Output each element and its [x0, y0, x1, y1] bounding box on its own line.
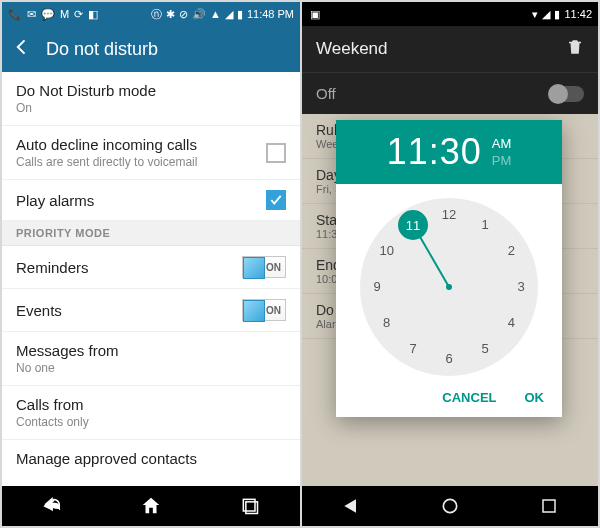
row-title: Reminders — [16, 259, 89, 276]
time-display[interactable]: 11:30 — [387, 131, 482, 173]
mail-icon: ✉ — [27, 8, 36, 21]
switch-reminders[interactable]: ON — [242, 256, 286, 278]
navbar — [302, 486, 598, 526]
row-title: Messages from — [16, 342, 119, 359]
appbar: Weekend — [302, 26, 598, 72]
nav-back-icon[interactable] — [2, 486, 101, 526]
switch-events[interactable]: ON — [242, 299, 286, 321]
clock-selected-hour[interactable]: 11 — [398, 210, 428, 240]
clock-hour-9[interactable]: 9 — [366, 276, 388, 298]
status-bar: ▣ ▾ ◢ ▮ 11:42 — [302, 2, 598, 26]
battery-icon: ▮ — [237, 8, 243, 21]
nav-recents-icon[interactable] — [201, 486, 300, 526]
switch-rule-enabled[interactable] — [550, 86, 584, 102]
battery-icon: ▮ — [554, 8, 560, 21]
schedule-list-dimmed: Rule n Weeke Days Fri, Sat Start ti 11:3… — [302, 114, 598, 486]
svg-point-2 — [443, 499, 456, 512]
row-subtitle: No one — [16, 361, 119, 375]
row-dnd-mode[interactable]: Do Not Disturb mode On — [2, 72, 300, 126]
row-subtitle: Calls are sent directly to voicemail — [16, 155, 197, 169]
nfc-icon: ⓝ — [151, 7, 162, 22]
clock-hour-6[interactable]: 6 — [438, 348, 460, 370]
back-icon[interactable] — [12, 37, 32, 61]
time-picker-header: 11:30 AM PM — [336, 120, 562, 184]
settings-list: Do Not Disturb mode On Auto decline inco… — [2, 72, 300, 486]
row-play-alarms[interactable]: Play alarms — [2, 180, 300, 221]
delete-icon[interactable] — [566, 38, 584, 61]
row-reminders[interactable]: Reminders ON — [2, 246, 300, 289]
sync-icon: ⟳ — [74, 8, 83, 21]
screenshot-icon: ▣ — [310, 8, 320, 21]
section-priority-mode: PRIORITY MODE — [2, 221, 300, 246]
row-auto-decline[interactable]: Auto decline incoming calls Calls are se… — [2, 126, 300, 180]
clock-face[interactable]: 11 1212345678910 — [360, 198, 538, 376]
row-title: Events — [16, 302, 62, 319]
phone-icon: 📞 — [8, 8, 22, 21]
status-time: 11:42 — [564, 8, 592, 20]
nav-home-icon[interactable] — [401, 486, 500, 526]
clock-hour-10[interactable]: 10 — [376, 240, 398, 262]
clock-hour-5[interactable]: 5 — [474, 338, 496, 360]
row-title: Auto decline incoming calls — [16, 136, 197, 153]
clock-hour-12[interactable]: 12 — [438, 204, 460, 226]
ok-button[interactable]: OK — [525, 390, 545, 405]
navbar — [2, 486, 300, 526]
appbar-title: Weekend — [316, 39, 388, 59]
signal-icon: ◢ — [542, 8, 550, 21]
app-icon: ◧ — [88, 8, 98, 21]
nav-home-icon[interactable] — [101, 486, 200, 526]
appbar-title: Do not disturb — [46, 39, 158, 60]
cancel-button[interactable]: CANCEL — [442, 390, 496, 405]
row-title: Do Not Disturb mode — [16, 82, 156, 99]
status-bar: 📞 ✉ 💬 M ⟳ ◧ ⓝ ✱ ⊘ 🔊 ▲ ◢ ▮ 11:48 PM — [2, 2, 300, 26]
clock-hour-4[interactable]: 4 — [500, 312, 522, 334]
row-events[interactable]: Events ON — [2, 289, 300, 332]
clock-hour-1[interactable]: 1 — [474, 214, 496, 236]
row-off[interactable]: Off — [302, 72, 598, 114]
gmail-icon: M — [60, 8, 69, 21]
row-manage-contacts[interactable]: Manage approved contacts — [2, 440, 300, 477]
wifi-icon: ▲ — [210, 8, 221, 20]
clock-center-dot — [446, 284, 452, 290]
row-title: Calls from — [16, 396, 89, 413]
row-title: Manage approved contacts — [16, 450, 197, 467]
checkbox-play-alarms[interactable] — [266, 190, 286, 210]
volume-icon: 🔊 — [192, 8, 206, 21]
chat-icon: 💬 — [41, 8, 55, 21]
row-subtitle: On — [16, 101, 156, 115]
am-button[interactable]: AM — [492, 136, 512, 151]
clock-hour-8[interactable]: 8 — [376, 312, 398, 334]
time-picker-dialog: 11:30 AM PM 11 1212345678910 CANCEL — [336, 120, 562, 417]
off-label: Off — [316, 85, 336, 102]
row-subtitle: Contacts only — [16, 415, 89, 429]
brightness-icon: ✱ — [166, 8, 175, 21]
pm-button[interactable]: PM — [492, 153, 512, 168]
row-calls-from[interactable]: Calls from Contacts only — [2, 386, 300, 440]
signal-icon: ◢ — [225, 8, 233, 21]
status-time: 11:48 PM — [247, 8, 294, 20]
nav-back-icon[interactable] — [302, 486, 401, 526]
checkbox-auto-decline[interactable] — [266, 143, 286, 163]
clock-hour-2[interactable]: 2 — [500, 240, 522, 262]
clock-hour-7[interactable]: 7 — [402, 338, 424, 360]
phone-htc: 📞 ✉ 💬 M ⟳ ◧ ⓝ ✱ ⊘ 🔊 ▲ ◢ ▮ 11:48 PM Do no… — [2, 2, 300, 526]
phone-stock-android: ▣ ▾ ◢ ▮ 11:42 Weekend Off Rule n Weeke D… — [300, 2, 598, 526]
dnd-icon: ⊘ — [179, 8, 188, 21]
row-title: Play alarms — [16, 192, 94, 209]
nav-recents-icon[interactable] — [499, 486, 598, 526]
clock-hour-3[interactable]: 3 — [510, 276, 532, 298]
wifi-icon: ▾ — [532, 8, 538, 21]
appbar: Do not disturb — [2, 26, 300, 72]
row-messages-from[interactable]: Messages from No one — [2, 332, 300, 386]
svg-rect-3 — [543, 500, 555, 512]
